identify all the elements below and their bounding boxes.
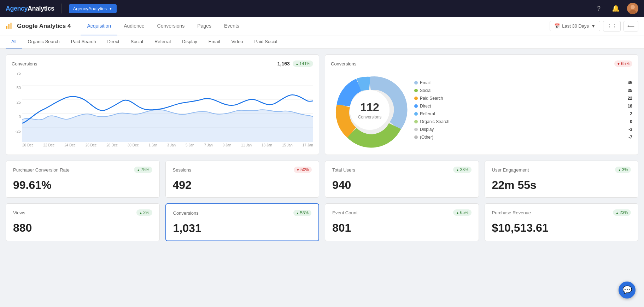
- filter-tab-social[interactable]: Social: [125, 35, 149, 48]
- columns-button[interactable]: ⋮⋮: [603, 21, 621, 31]
- date-range-button[interactable]: 📅 Last 30 Days ▼: [550, 21, 600, 31]
- donut-legend: Email 45 Social 35 Paid Search 22: [414, 79, 632, 141]
- metric-title-pr: Purchase Revenue: [492, 210, 531, 215]
- metric-title-ue: User Engagement: [492, 167, 529, 173]
- metric-header-ue: User Engagement 3%: [492, 167, 631, 173]
- tab-audience[interactable]: Audience: [117, 17, 151, 35]
- legend-item-other: (Other) -7: [414, 133, 632, 141]
- line-chart-header: Conversions 1,163 141%: [12, 60, 313, 67]
- page-icon: [6, 21, 13, 31]
- svg-rect-3: [6, 26, 7, 29]
- donut-chart-badge: 65%: [614, 60, 632, 67]
- metric-title-conv2: Conversions: [173, 210, 199, 216]
- x-axis-labels: 20 Dec 22 Dec 24 Dec 26 Dec 28 Dec 30 De…: [12, 143, 313, 147]
- metric-value-pr: $10,513.61: [492, 221, 631, 234]
- legend-value-organic-search: 0: [622, 119, 632, 124]
- donut-chart-content: 112 Conversions Email 45 Social 35: [331, 71, 632, 149]
- filter-tab-email[interactable]: Email: [203, 35, 226, 48]
- legend-value-referral: 2: [622, 111, 632, 116]
- agency-button[interactable]: AgencyAnalytics ▼: [69, 4, 117, 13]
- tab-acquisition[interactable]: Acquisition: [81, 17, 117, 35]
- date-range-label: Last 30 Days: [562, 23, 589, 29]
- legend-item-referral: Referral 2: [414, 110, 632, 118]
- metrics-row-2: Views 2% 880 Conversions 58% 1,031 Event…: [6, 203, 638, 241]
- metric-badge-total-users: 33%: [453, 167, 471, 173]
- main-content: Conversions 1,163 141% 75 50 25 0 -25: [0, 49, 644, 247]
- donut-chart-title: Conversions: [331, 61, 356, 66]
- legend-dot-other: [414, 135, 418, 139]
- filter-tab-direct[interactable]: Direct: [102, 35, 125, 48]
- filter-tab-organic-search[interactable]: Organic Search: [22, 35, 65, 48]
- legend-dot-organic-search: [414, 120, 418, 123]
- metric-conversions-2: Conversions 58% 1,031: [165, 203, 320, 241]
- tab-conversions[interactable]: Conversions: [151, 17, 191, 35]
- metric-badge-conv2: 58%: [293, 210, 311, 216]
- donut-center: 112 Conversions: [358, 101, 382, 120]
- metric-badge-ec: 65%: [453, 209, 471, 216]
- metric-title-ec: Event Count: [332, 210, 358, 215]
- agency-btn-label: AgencyAnalytics: [73, 6, 107, 11]
- brand-first: Agency: [6, 5, 28, 12]
- filter-tab-paid-social[interactable]: Paid Social: [248, 35, 283, 48]
- y-axis-labels: 75 50 25 0 -25: [12, 71, 22, 133]
- help-button[interactable]: ?: [593, 3, 604, 14]
- bell-icon: 🔔: [612, 5, 620, 12]
- top-nav-right: ? 🔔: [593, 3, 638, 14]
- metric-value-sessions: 492: [173, 179, 312, 192]
- legend-value-display: -3: [622, 127, 632, 132]
- legend-value-social: 35: [622, 88, 632, 93]
- legend-value-direct: 18: [622, 104, 632, 109]
- metric-value-views: 880: [13, 221, 152, 234]
- legend-dot-display: [414, 128, 418, 131]
- filter-tab-paid-search[interactable]: Paid Search: [65, 35, 102, 48]
- legend-item-direct: Direct 18: [414, 102, 632, 110]
- avatar[interactable]: [627, 3, 638, 14]
- metric-title-views: Views: [13, 210, 25, 215]
- metric-header-pcr: Purchaser Conversion Rate 75%: [13, 167, 152, 173]
- share-button[interactable]: ⟵: [623, 21, 638, 31]
- metric-user-engagement: User Engagement 3% 22m 55s: [485, 161, 639, 198]
- page-title: Google Analytics 4: [17, 23, 71, 30]
- filter-tab-display[interactable]: Display: [176, 35, 203, 48]
- legend-label-paid-search: Paid Search: [420, 96, 620, 101]
- tab-events[interactable]: Events: [218, 17, 246, 35]
- line-chart-badge: 141%: [293, 60, 313, 67]
- legend-label-referral: Referral: [420, 111, 620, 116]
- brand-second: Analytics: [28, 5, 54, 12]
- notifications-button[interactable]: 🔔: [610, 3, 621, 14]
- metric-badge-pr: 23%: [613, 209, 631, 216]
- metric-header-views: Views 2%: [13, 209, 152, 216]
- second-nav-tabs: Acquisition Audience Conversions Pages E…: [81, 17, 245, 35]
- legend-value-email: 45: [622, 80, 632, 85]
- metric-title-total-users: Total Users: [332, 167, 355, 173]
- metric-event-count: Event Count 65% 801: [325, 203, 479, 241]
- filter-tab-all[interactable]: All: [6, 35, 22, 48]
- chevron-down-icon: ▼: [109, 7, 112, 11]
- donut-center-label: Conversions: [358, 115, 382, 120]
- metric-header-sessions: Sessions 50%: [173, 167, 312, 173]
- legend-label-other: (Other): [420, 135, 620, 140]
- top-row: Conversions 1,163 141% 75 50 25 0 -25: [6, 54, 638, 155]
- metric-title-sessions: Sessions: [173, 167, 192, 173]
- metric-value-ec: 801: [332, 221, 472, 234]
- metric-badge-pcr: 75%: [134, 167, 152, 173]
- filter-tab-video[interactable]: Video: [226, 35, 248, 48]
- legend-value-other: -7: [622, 135, 632, 140]
- legend-item-email: Email 45: [414, 79, 632, 87]
- tab-pages[interactable]: Pages: [191, 17, 218, 35]
- metrics-row-1: Purchaser Conversion Rate 75% 99.61% Ses…: [6, 161, 638, 198]
- columns-icon: ⋮⋮: [607, 23, 617, 29]
- second-navigation: Google Analytics 4 Acquisition Audience …: [0, 17, 644, 35]
- legend-label-display: Display: [420, 127, 620, 132]
- conversions-line-chart-card: Conversions 1,163 141% 75 50 25 0 -25: [6, 54, 319, 155]
- metric-header-total-users: Total Users 33%: [332, 167, 472, 173]
- donut-chart-header: Conversions 65%: [331, 60, 632, 67]
- conversions-donut-chart-card: Conversions 65%: [325, 54, 638, 155]
- metric-badge-ue: 3%: [615, 167, 631, 173]
- metric-header-ec: Event Count 65%: [332, 209, 472, 216]
- line-chart-total: 1,163: [277, 61, 290, 66]
- svg-rect-5: [10, 23, 12, 29]
- brand-logo[interactable]: AgencyAnalytics: [6, 5, 54, 12]
- legend-dot-social: [414, 89, 418, 92]
- filter-tab-referral[interactable]: Referral: [149, 35, 176, 48]
